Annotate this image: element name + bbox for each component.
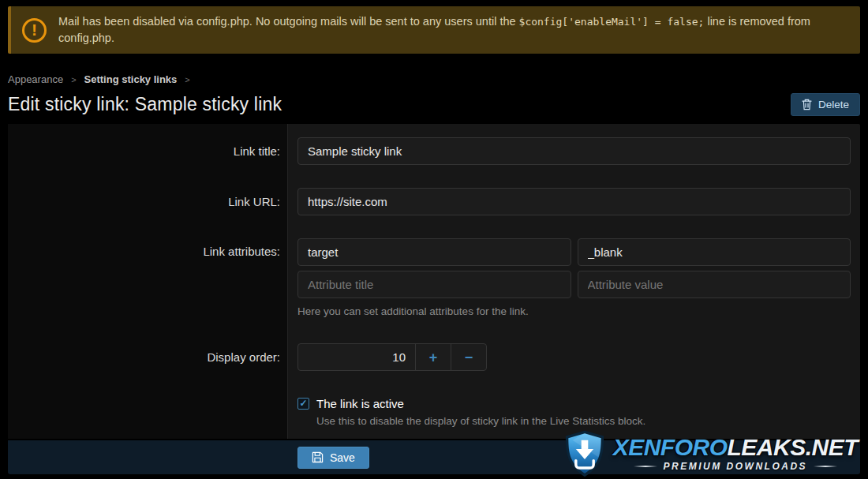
warning-code-snippet: $config['enableMail'] = false; [519, 16, 705, 28]
shield-download-icon [563, 429, 607, 478]
page-header: Edit sticky link: Sample sticky link Del… [8, 93, 860, 116]
page-title: Edit sticky link: Sample sticky link [8, 94, 282, 115]
decrement-button[interactable]: − [451, 344, 486, 370]
save-button-label: Save [330, 451, 355, 464]
breadcrumb-appearance[interactable]: Appearance [8, 73, 63, 85]
display-order-stepper: + − [297, 343, 487, 371]
breadcrumb-setting-sticky-links[interactable]: Setting sticky links [84, 73, 178, 85]
link-attributes-help: Here you can set additional attributes f… [297, 305, 851, 317]
display-order-input[interactable] [298, 344, 415, 370]
breadcrumb-separator-icon: > [185, 75, 189, 84]
tagline-line-right [814, 466, 837, 467]
link-active-row: ✓ The link is active Use this to disable… [8, 397, 860, 427]
warning-icon: ! [22, 18, 47, 43]
warning-text-before: Mail has been disabled via config.php. N… [58, 15, 519, 28]
breadcrumb-separator-icon: > [71, 75, 76, 84]
link-active-checkbox[interactable]: ✓ [297, 398, 309, 410]
link-attributes-row: Link attributes: Here you can set additi… [8, 238, 860, 317]
display-order-label: Display order: [8, 350, 288, 364]
trash-icon [802, 99, 812, 110]
delete-button[interactable]: Delete [791, 93, 860, 116]
link-url-input[interactable] [297, 188, 851, 215]
link-active-label[interactable]: The link is active [316, 397, 404, 410]
increment-button[interactable]: + [415, 344, 451, 370]
attribute-title-input-2[interactable] [297, 271, 571, 298]
link-title-label: Link title: [8, 144, 288, 158]
link-title-row: Link title: [8, 137, 860, 165]
link-active-help: Use this to disable the display of stick… [316, 415, 851, 427]
link-title-input[interactable] [297, 137, 851, 165]
warning-message: Mail has been disabled via config.php. N… [58, 13, 849, 47]
attribute-title-input-1[interactable] [297, 238, 571, 266]
display-order-row: Display order: + − [8, 343, 860, 371]
floppy-save-icon [312, 451, 324, 463]
watermark-logo: XenForoLeaks.net Premium Downloads [563, 429, 858, 478]
save-button[interactable]: Save [297, 447, 369, 469]
attribute-value-input-2[interactable] [578, 271, 851, 298]
link-url-row: Link URL: [8, 188, 860, 215]
attribute-value-input-1[interactable] [578, 238, 851, 266]
breadcrumb: Appearance > Setting sticky links > [8, 73, 860, 85]
link-url-label: Link URL: [8, 195, 288, 208]
mail-disabled-warning-banner: ! Mail has been disabled via config.php.… [8, 6, 860, 54]
watermark-brand-text: XenForoLeaks.net [613, 436, 858, 459]
link-attributes-label: Link attributes: [8, 238, 288, 258]
tagline-line-left [634, 466, 657, 467]
delete-button-label: Delete [818, 99, 849, 110]
sticky-link-form: Link title: Link URL: Link attributes: H… [8, 124, 860, 439]
watermark-tagline: Premium Downloads [634, 461, 838, 472]
